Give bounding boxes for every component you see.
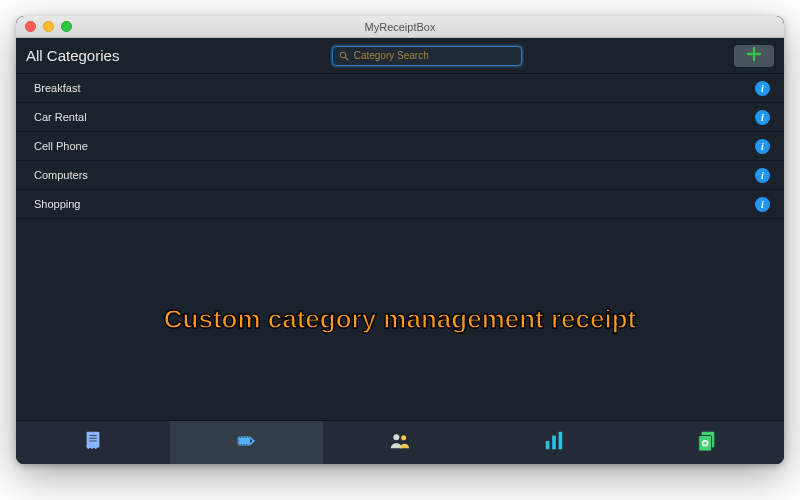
category-list: Breakfast i Car Rental i Cell Phone i Co… — [16, 74, 784, 219]
list-item[interactable]: Cell Phone i — [16, 132, 784, 161]
tab-export[interactable] — [630, 421, 784, 464]
caption-area: Custom category management receipt — [16, 219, 784, 420]
page-title: All Categories — [26, 47, 119, 64]
svg-point-11 — [401, 435, 406, 440]
people-icon — [388, 430, 412, 456]
info-icon[interactable]: i — [755, 139, 770, 154]
info-icon[interactable]: i — [755, 81, 770, 96]
svg-line-1 — [345, 57, 347, 59]
tab-bar — [16, 420, 784, 464]
list-item-label: Breakfast — [34, 82, 755, 94]
bar-chart-icon — [542, 430, 566, 456]
toolbar: All Categories — [16, 38, 784, 74]
list-item[interactable]: Car Rental i — [16, 103, 784, 132]
list-item-label: Car Rental — [34, 111, 755, 123]
window-controls — [16, 21, 72, 32]
info-icon[interactable]: i — [755, 110, 770, 125]
svg-rect-12 — [545, 441, 549, 449]
search-icon — [339, 47, 349, 65]
info-icon[interactable]: i — [755, 197, 770, 212]
svg-rect-2 — [86, 431, 99, 447]
overlay-caption: Custom category management receipt — [164, 304, 636, 335]
tab-categories[interactable] — [170, 421, 324, 464]
list-item[interactable]: Computers i — [16, 161, 784, 190]
tab-stats[interactable] — [477, 421, 631, 464]
minimize-window-button[interactable] — [43, 21, 54, 32]
list-item-label: Computers — [34, 169, 755, 181]
tab-people[interactable] — [323, 421, 477, 464]
svg-rect-13 — [552, 435, 556, 449]
add-category-button[interactable] — [734, 45, 774, 67]
close-window-button[interactable] — [25, 21, 36, 32]
plus-icon — [746, 46, 762, 66]
list-item-label: Cell Phone — [34, 140, 755, 152]
list-item[interactable]: Breakfast i — [16, 74, 784, 103]
svg-point-10 — [393, 434, 399, 440]
list-item-label: Shopping — [34, 198, 755, 210]
search-input[interactable] — [349, 50, 515, 61]
svg-rect-14 — [558, 431, 562, 448]
search-field[interactable] — [332, 46, 522, 66]
app-window: MyReceiptBox All Categories Breakfast i … — [16, 16, 784, 464]
list-item[interactable]: Shopping i — [16, 190, 784, 219]
info-icon[interactable]: i — [755, 168, 770, 183]
tag-icon — [234, 430, 258, 456]
tab-receipts[interactable] — [16, 421, 170, 464]
zoom-window-button[interactable] — [61, 21, 72, 32]
receipt-icon — [81, 430, 105, 456]
titlebar: MyReceiptBox — [16, 16, 784, 38]
export-icon — [695, 430, 719, 456]
window-title: MyReceiptBox — [16, 21, 784, 33]
toolbar-center — [119, 46, 734, 66]
